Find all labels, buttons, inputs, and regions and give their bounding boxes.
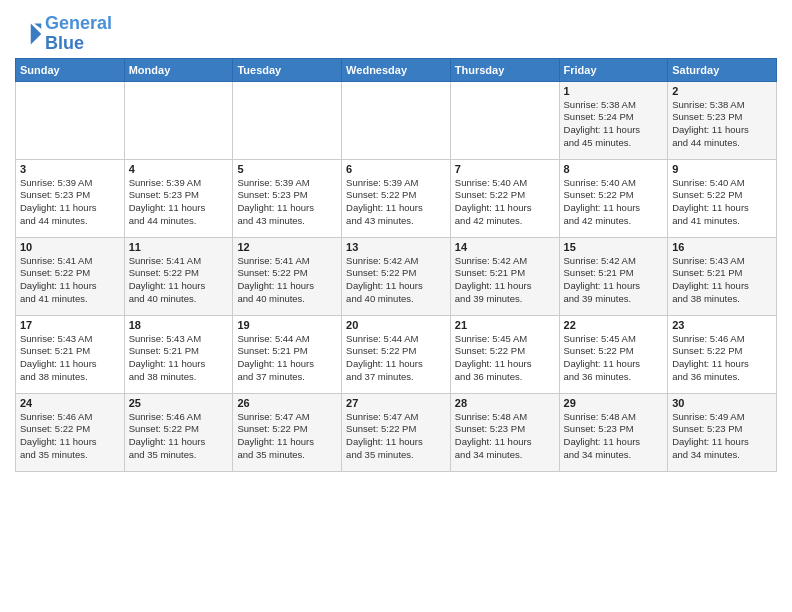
day-number: 22 bbox=[564, 319, 664, 331]
calendar-table: SundayMondayTuesdayWednesdayThursdayFrid… bbox=[15, 58, 777, 472]
calendar-cell: 11Sunrise: 5:41 AM Sunset: 5:22 PM Dayli… bbox=[124, 237, 233, 315]
day-number: 12 bbox=[237, 241, 337, 253]
calendar-cell: 12Sunrise: 5:41 AM Sunset: 5:22 PM Dayli… bbox=[233, 237, 342, 315]
week-row-0: 1Sunrise: 5:38 AM Sunset: 5:24 PM Daylig… bbox=[16, 81, 777, 159]
week-row-2: 10Sunrise: 5:41 AM Sunset: 5:22 PM Dayli… bbox=[16, 237, 777, 315]
calendar-cell: 13Sunrise: 5:42 AM Sunset: 5:22 PM Dayli… bbox=[342, 237, 451, 315]
day-number: 3 bbox=[20, 163, 120, 175]
calendar-cell: 26Sunrise: 5:47 AM Sunset: 5:22 PM Dayli… bbox=[233, 393, 342, 471]
day-number: 19 bbox=[237, 319, 337, 331]
day-number: 13 bbox=[346, 241, 446, 253]
day-number: 7 bbox=[455, 163, 555, 175]
day-info: Sunrise: 5:43 AM Sunset: 5:21 PM Dayligh… bbox=[672, 255, 772, 306]
calendar-cell: 24Sunrise: 5:46 AM Sunset: 5:22 PM Dayli… bbox=[16, 393, 125, 471]
day-number: 20 bbox=[346, 319, 446, 331]
day-number: 16 bbox=[672, 241, 772, 253]
calendar-cell: 29Sunrise: 5:48 AM Sunset: 5:23 PM Dayli… bbox=[559, 393, 668, 471]
calendar-cell: 3Sunrise: 5:39 AM Sunset: 5:23 PM Daylig… bbox=[16, 159, 125, 237]
calendar-cell: 8Sunrise: 5:40 AM Sunset: 5:22 PM Daylig… bbox=[559, 159, 668, 237]
calendar-cell bbox=[124, 81, 233, 159]
week-row-4: 24Sunrise: 5:46 AM Sunset: 5:22 PM Dayli… bbox=[16, 393, 777, 471]
calendar-cell: 20Sunrise: 5:44 AM Sunset: 5:22 PM Dayli… bbox=[342, 315, 451, 393]
day-number: 27 bbox=[346, 397, 446, 409]
day-number: 10 bbox=[20, 241, 120, 253]
day-number: 21 bbox=[455, 319, 555, 331]
day-info: Sunrise: 5:46 AM Sunset: 5:22 PM Dayligh… bbox=[672, 333, 772, 384]
day-info: Sunrise: 5:45 AM Sunset: 5:22 PM Dayligh… bbox=[455, 333, 555, 384]
day-info: Sunrise: 5:42 AM Sunset: 5:21 PM Dayligh… bbox=[455, 255, 555, 306]
day-header-saturday: Saturday bbox=[668, 58, 777, 81]
calendar-cell: 15Sunrise: 5:42 AM Sunset: 5:21 PM Dayli… bbox=[559, 237, 668, 315]
calendar-cell: 5Sunrise: 5:39 AM Sunset: 5:23 PM Daylig… bbox=[233, 159, 342, 237]
calendar-cell: 17Sunrise: 5:43 AM Sunset: 5:21 PM Dayli… bbox=[16, 315, 125, 393]
logo: General Blue bbox=[15, 14, 112, 54]
calendar-cell: 9Sunrise: 5:40 AM Sunset: 5:22 PM Daylig… bbox=[668, 159, 777, 237]
svg-marker-1 bbox=[34, 23, 41, 28]
day-number: 28 bbox=[455, 397, 555, 409]
day-number: 24 bbox=[20, 397, 120, 409]
week-row-3: 17Sunrise: 5:43 AM Sunset: 5:21 PM Dayli… bbox=[16, 315, 777, 393]
day-header-wednesday: Wednesday bbox=[342, 58, 451, 81]
day-info: Sunrise: 5:38 AM Sunset: 5:24 PM Dayligh… bbox=[564, 99, 664, 150]
header-row: SundayMondayTuesdayWednesdayThursdayFrid… bbox=[16, 58, 777, 81]
calendar-cell bbox=[450, 81, 559, 159]
calendar-cell bbox=[233, 81, 342, 159]
day-info: Sunrise: 5:39 AM Sunset: 5:23 PM Dayligh… bbox=[129, 177, 229, 228]
day-info: Sunrise: 5:43 AM Sunset: 5:21 PM Dayligh… bbox=[129, 333, 229, 384]
day-number: 11 bbox=[129, 241, 229, 253]
day-info: Sunrise: 5:42 AM Sunset: 5:22 PM Dayligh… bbox=[346, 255, 446, 306]
day-info: Sunrise: 5:39 AM Sunset: 5:23 PM Dayligh… bbox=[20, 177, 120, 228]
day-number: 23 bbox=[672, 319, 772, 331]
day-number: 17 bbox=[20, 319, 120, 331]
week-row-1: 3Sunrise: 5:39 AM Sunset: 5:23 PM Daylig… bbox=[16, 159, 777, 237]
calendar-cell: 16Sunrise: 5:43 AM Sunset: 5:21 PM Dayli… bbox=[668, 237, 777, 315]
day-info: Sunrise: 5:43 AM Sunset: 5:21 PM Dayligh… bbox=[20, 333, 120, 384]
day-info: Sunrise: 5:41 AM Sunset: 5:22 PM Dayligh… bbox=[20, 255, 120, 306]
header: General Blue bbox=[15, 10, 777, 54]
calendar-cell: 30Sunrise: 5:49 AM Sunset: 5:23 PM Dayli… bbox=[668, 393, 777, 471]
day-info: Sunrise: 5:47 AM Sunset: 5:22 PM Dayligh… bbox=[237, 411, 337, 462]
calendar-cell: 6Sunrise: 5:39 AM Sunset: 5:22 PM Daylig… bbox=[342, 159, 451, 237]
day-number: 14 bbox=[455, 241, 555, 253]
calendar-cell: 19Sunrise: 5:44 AM Sunset: 5:21 PM Dayli… bbox=[233, 315, 342, 393]
day-info: Sunrise: 5:39 AM Sunset: 5:23 PM Dayligh… bbox=[237, 177, 337, 228]
day-info: Sunrise: 5:41 AM Sunset: 5:22 PM Dayligh… bbox=[129, 255, 229, 306]
day-info: Sunrise: 5:45 AM Sunset: 5:22 PM Dayligh… bbox=[564, 333, 664, 384]
day-number: 15 bbox=[564, 241, 664, 253]
day-number: 1 bbox=[564, 85, 664, 97]
calendar-cell bbox=[16, 81, 125, 159]
day-info: Sunrise: 5:42 AM Sunset: 5:21 PM Dayligh… bbox=[564, 255, 664, 306]
day-info: Sunrise: 5:39 AM Sunset: 5:22 PM Dayligh… bbox=[346, 177, 446, 228]
logo-text: General Blue bbox=[45, 14, 112, 54]
day-number: 18 bbox=[129, 319, 229, 331]
day-number: 2 bbox=[672, 85, 772, 97]
day-info: Sunrise: 5:40 AM Sunset: 5:22 PM Dayligh… bbox=[455, 177, 555, 228]
calendar-cell: 22Sunrise: 5:45 AM Sunset: 5:22 PM Dayli… bbox=[559, 315, 668, 393]
day-number: 4 bbox=[129, 163, 229, 175]
day-info: Sunrise: 5:44 AM Sunset: 5:22 PM Dayligh… bbox=[346, 333, 446, 384]
day-number: 8 bbox=[564, 163, 664, 175]
calendar-cell: 7Sunrise: 5:40 AM Sunset: 5:22 PM Daylig… bbox=[450, 159, 559, 237]
logo-icon bbox=[15, 20, 43, 48]
day-info: Sunrise: 5:40 AM Sunset: 5:22 PM Dayligh… bbox=[564, 177, 664, 228]
day-number: 30 bbox=[672, 397, 772, 409]
calendar-cell: 23Sunrise: 5:46 AM Sunset: 5:22 PM Dayli… bbox=[668, 315, 777, 393]
day-info: Sunrise: 5:38 AM Sunset: 5:23 PM Dayligh… bbox=[672, 99, 772, 150]
day-header-friday: Friday bbox=[559, 58, 668, 81]
day-header-sunday: Sunday bbox=[16, 58, 125, 81]
main-container: General Blue SundayMondayTuesdayWednesda… bbox=[0, 0, 792, 477]
day-info: Sunrise: 5:46 AM Sunset: 5:22 PM Dayligh… bbox=[20, 411, 120, 462]
calendar-cell: 18Sunrise: 5:43 AM Sunset: 5:21 PM Dayli… bbox=[124, 315, 233, 393]
calendar-cell: 25Sunrise: 5:46 AM Sunset: 5:22 PM Dayli… bbox=[124, 393, 233, 471]
day-number: 26 bbox=[237, 397, 337, 409]
day-number: 6 bbox=[346, 163, 446, 175]
day-header-tuesday: Tuesday bbox=[233, 58, 342, 81]
day-number: 9 bbox=[672, 163, 772, 175]
day-number: 25 bbox=[129, 397, 229, 409]
calendar-cell: 4Sunrise: 5:39 AM Sunset: 5:23 PM Daylig… bbox=[124, 159, 233, 237]
calendar-cell: 10Sunrise: 5:41 AM Sunset: 5:22 PM Dayli… bbox=[16, 237, 125, 315]
calendar-cell: 1Sunrise: 5:38 AM Sunset: 5:24 PM Daylig… bbox=[559, 81, 668, 159]
day-number: 29 bbox=[564, 397, 664, 409]
calendar-cell: 27Sunrise: 5:47 AM Sunset: 5:22 PM Dayli… bbox=[342, 393, 451, 471]
day-header-thursday: Thursday bbox=[450, 58, 559, 81]
